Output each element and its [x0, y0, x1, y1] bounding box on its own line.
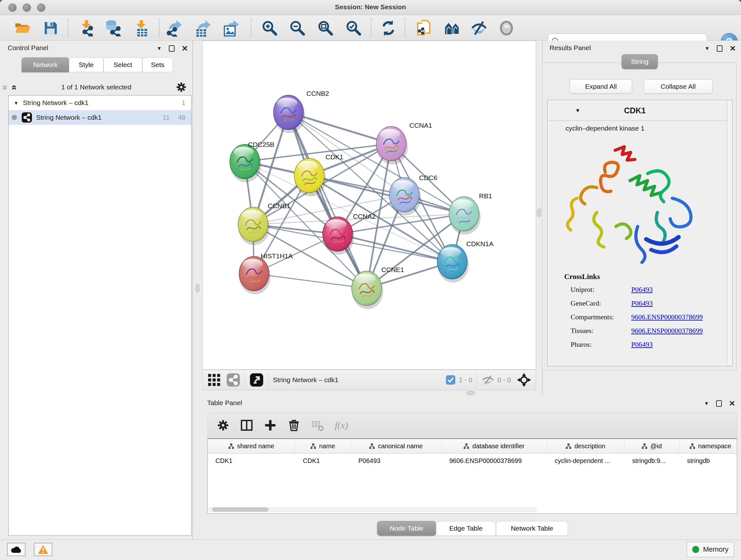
export-image-button[interactable]: [222, 19, 241, 37]
crosslink-link[interactable]: P06493: [631, 286, 653, 294]
import-network-file-button[interactable]: [77, 19, 96, 37]
network-node-rb1[interactable]: [449, 197, 481, 235]
tab-style[interactable]: Style: [69, 57, 104, 72]
crosshair-icon[interactable]: [517, 373, 531, 387]
import-network-database-button[interactable]: [104, 19, 123, 37]
network-canvas[interactable]: CCNB2CCNA1CDC25BCDK1CDC6RB1CCNB1CCNA2CDK…: [202, 41, 536, 370]
network-node-cdk1[interactable]: [294, 159, 326, 196]
network-collection-row[interactable]: ▼ String Network – cdk1 1: [9, 96, 191, 110]
open-session-button[interactable]: [13, 19, 32, 37]
network-node-cdc25b[interactable]: [230, 144, 261, 182]
network-edge[interactable]: [309, 176, 464, 214]
right-splitter-handle[interactable]: [537, 208, 541, 217]
table-cell[interactable]: stringdb:9...: [624, 454, 679, 468]
network-row[interactable]: String Network – cdk1 11 48: [9, 110, 191, 125]
collapse-section-icon[interactable]: ▼: [575, 108, 581, 114]
tab-node-table[interactable]: Node Table: [377, 521, 436, 536]
table-cell[interactable]: stringdb: [679, 454, 737, 468]
show-all-button[interactable]: [497, 19, 516, 37]
panel-float-icon[interactable]: [169, 45, 175, 52]
node-details-header[interactable]: ▼ CDK1: [548, 101, 728, 121]
expand-all-button[interactable]: Expand All: [569, 79, 632, 94]
table-cell[interactable]: cyclin-dependent ...: [547, 454, 624, 468]
network-edge[interactable]: [254, 273, 367, 288]
bottom-splitter-handle[interactable]: [467, 391, 475, 395]
table-row[interactable]: CDK1CDK1P064939606.ENSP00000378699cyclin…: [208, 454, 737, 468]
tab-network[interactable]: Network: [22, 57, 69, 72]
tab-sets[interactable]: Sets: [142, 57, 173, 72]
column-header-name[interactable]: name: [295, 439, 351, 453]
table-hscrollbar[interactable]: [208, 507, 537, 512]
node-label-cdc25b: CDC25B: [248, 141, 274, 148]
panel-close-icon[interactable]: ✕: [182, 44, 188, 53]
add-column-icon[interactable]: [264, 419, 277, 432]
tab-network-table[interactable]: Network Table: [496, 521, 568, 536]
column-header-database-identifier[interactable]: database identifier: [442, 439, 547, 453]
hscrollbar-thumb[interactable]: [212, 507, 268, 512]
network-node-hist1h1a[interactable]: [239, 256, 271, 294]
column-header--id[interactable]: @id: [624, 439, 679, 453]
gear-icon[interactable]: [176, 81, 187, 93]
collapse-all-button[interactable]: Collapse All: [644, 79, 713, 94]
share-network-icon[interactable]: [226, 373, 240, 387]
refresh-button[interactable]: [379, 19, 398, 37]
expand-all-icon[interactable]: «: [9, 85, 20, 90]
network-node-ccna2[interactable]: [323, 217, 354, 255]
crosslink-link[interactable]: 9606.ENSP00000378699: [631, 327, 703, 335]
panel-menu-icon[interactable]: ▼: [157, 46, 162, 51]
zoom-selected-button[interactable]: [344, 19, 363, 37]
gear-icon[interactable]: [217, 419, 229, 432]
panel-float-icon[interactable]: [716, 400, 722, 407]
tab-string[interactable]: String: [622, 54, 658, 69]
copy-style-button[interactable]: [415, 19, 434, 37]
network-node-ccnb2[interactable]: [273, 95, 305, 133]
column-header-shared-name[interactable]: shared name: [208, 439, 295, 453]
export-table-button[interactable]: [194, 19, 212, 37]
show-columns-icon[interactable]: [240, 419, 253, 432]
crosslink-link[interactable]: P06493: [631, 299, 653, 307]
table-cell[interactable]: CDK1: [295, 454, 351, 468]
panel-menu-icon[interactable]: ▼: [704, 401, 709, 407]
network-edge[interactable]: [288, 112, 367, 288]
hide-selected-button[interactable]: [470, 19, 488, 37]
birdseye-grid-icon[interactable]: [208, 374, 220, 386]
crosslink-link[interactable]: 9606.ENSP00000378699: [631, 313, 703, 321]
zoom-fit-button[interactable]: [316, 19, 335, 37]
column-header-namespace[interactable]: namespace: [679, 439, 737, 453]
import-table-button[interactable]: [132, 19, 151, 37]
panel-close-icon[interactable]: ✕: [729, 399, 735, 408]
left-splitter-handle[interactable]: [196, 284, 199, 293]
results-scrollbar[interactable]: [727, 101, 731, 366]
save-session-button[interactable]: [42, 19, 60, 37]
delete-column-icon[interactable]: [287, 419, 300, 432]
network-node-ccne1[interactable]: [352, 271, 383, 309]
table-cell[interactable]: CDK1: [208, 454, 295, 468]
open-in-window-icon[interactable]: [250, 373, 264, 387]
network-graph[interactable]: CCNB2CCNA1CDC25BCDK1CDC6RB1CCNB1CCNA2CDK…: [203, 41, 536, 369]
network-node-cdkn1a[interactable]: [437, 245, 469, 283]
table-cell[interactable]: P06493: [351, 454, 442, 468]
panel-close-icon[interactable]: ✕: [730, 44, 736, 53]
first-neighbors-button[interactable]: [443, 19, 462, 37]
zoom-out-button[interactable]: [288, 19, 307, 37]
warnings-button[interactable]: [34, 543, 52, 556]
tab-edge-table[interactable]: Edge Table: [436, 521, 496, 536]
delete-table-icon[interactable]: [311, 419, 324, 432]
memory-status-button[interactable]: Memory: [687, 542, 734, 557]
column-header-description[interactable]: description: [547, 439, 624, 453]
panel-float-icon[interactable]: [717, 45, 723, 52]
table-cell[interactable]: 9606.ENSP00000378699: [442, 454, 547, 468]
column-header-canonical-name[interactable]: canonical name: [351, 439, 442, 453]
tab-select[interactable]: Select: [104, 57, 142, 72]
tree-expand-icon[interactable]: ▼: [14, 100, 18, 106]
panel-menu-icon[interactable]: ▼: [704, 46, 710, 51]
crosslink-link[interactable]: P06493: [631, 340, 653, 349]
hidden-eye-icon[interactable]: [482, 374, 494, 385]
selected-checkbox-icon[interactable]: [446, 375, 456, 385]
network-node-ccna1[interactable]: [376, 126, 408, 165]
function-builder-button[interactable]: f(x): [335, 420, 348, 431]
network-node-cdc6[interactable]: [389, 178, 421, 215]
export-network-button[interactable]: [166, 19, 185, 37]
zoom-in-button[interactable]: [260, 19, 279, 37]
cloud-status-button[interactable]: [7, 543, 25, 556]
